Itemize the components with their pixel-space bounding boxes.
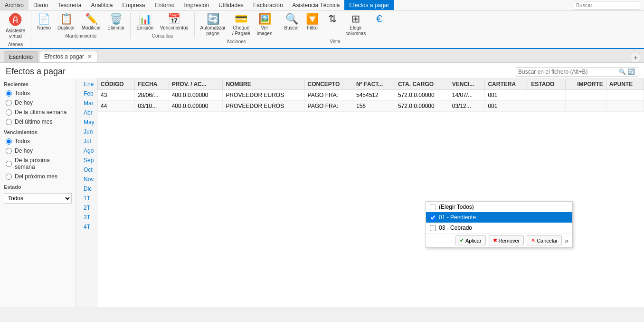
col-prov[interactable]: PROV. / AC... (169, 79, 223, 90)
cell-fecha-2: 03/10... (135, 101, 169, 112)
popup-item-pendiente[interactable]: 01 - Pendiente (426, 212, 572, 223)
col-cartera[interactable]: CARTERA (485, 79, 528, 90)
month-mar[interactable]: Mar (76, 98, 97, 108)
menu-entorno[interactable]: Entorno (150, 0, 179, 10)
popup-item-elegir-todos[interactable]: (Elegir Todos) (426, 202, 572, 212)
col-venci[interactable]: VENCI... (449, 79, 485, 90)
col-concepto[interactable]: CONCEPTO (304, 79, 353, 90)
menu-efectos[interactable]: Efectos a pagar (344, 0, 394, 10)
search-input[interactable] (518, 68, 619, 75)
euro-icon: € (376, 14, 382, 24)
month-4t[interactable]: 4T (76, 222, 97, 232)
refresh-icon[interactable]: 🔄 (628, 68, 635, 75)
ribbon-btn-automatizar[interactable]: 🔄 Automatizarpagos (198, 12, 228, 38)
data-table: CÓDIGO FECHA PROV. / AC... NOMBRE CONCEP… (97, 78, 644, 112)
ribbon-btn-imagen[interactable]: 🖼️ Verimagen (254, 12, 275, 38)
month-3t[interactable]: 3T (76, 213, 97, 222)
popup-btn-remover[interactable]: ✖ Remover (489, 235, 524, 245)
menu-impresion[interactable]: Impresión (179, 0, 214, 10)
duplicar-label: Duplicar (57, 25, 75, 31)
emision-label: Emisión (136, 25, 153, 31)
menu-utilidades[interactable]: Utilidades (214, 0, 248, 10)
recientes-mes[interactable]: Del último mes (0, 117, 76, 127)
menu-diario[interactable]: Diario (28, 0, 53, 10)
month-ago[interactable]: Ago (76, 146, 97, 156)
add-tab-button[interactable]: + (631, 53, 640, 62)
imagen-icon: 🖼️ (258, 14, 271, 24)
vencim-todos[interactable]: Todos (0, 137, 76, 146)
search-icon[interactable]: 🔍 (619, 68, 626, 75)
ribbon-section-acciones: 🔄 Automatizarpagos 💳 Cheque/ Pagaré 🖼️ V… (195, 12, 279, 44)
month-jul[interactable]: Jul (76, 137, 97, 146)
tab-efectos[interactable]: Efectos a pagar ✕ (39, 51, 97, 62)
menu-search-input[interactable] (574, 1, 640, 10)
menu-archivo[interactable]: Archivo (0, 0, 28, 10)
ribbon-btn-cheque[interactable]: 💳 Cheque/ Pagaré (229, 12, 253, 38)
popup-cb-elegir-todos[interactable] (430, 204, 436, 210)
menu-asistencia[interactable]: Asistencia Técnica (288, 0, 345, 10)
estado-title: Estado (0, 181, 76, 191)
recientes-semana[interactable]: De la última semana (0, 107, 76, 117)
more-options-icon[interactable]: » (565, 235, 568, 245)
ribbon-buttons-consultas: 📊 Emisión 📅 Vencimientos (133, 12, 191, 32)
col-estado[interactable]: ESTADO (528, 79, 566, 90)
vencim-semana[interactable]: De la próxima semana (0, 156, 76, 172)
popup-item-cobrado[interactable]: 03 - Cobrado (426, 223, 572, 233)
cell-venci-1: 14/07/... (449, 90, 485, 101)
col-nombre[interactable]: NOMBRE (223, 79, 304, 90)
menu-tesoreria[interactable]: Tesorería (53, 0, 86, 10)
month-1t[interactable]: 1T (76, 194, 97, 203)
popup-btn-cancelar[interactable]: ✕ Cancelar (527, 235, 562, 245)
month-may[interactable]: May (76, 117, 97, 127)
cheque-icon: 💳 (235, 14, 247, 24)
ribbon-btn-modificar[interactable]: ✏️ Modificar (79, 12, 104, 32)
col-nfact[interactable]: Nº FACT... (353, 79, 395, 90)
vencim-hoy[interactable]: De hoy (0, 146, 76, 156)
tab-close-efectos[interactable]: ✕ (87, 53, 92, 60)
popup-cb-pendiente[interactable] (430, 215, 436, 221)
buscar-label: Buscar (284, 25, 299, 31)
ribbon-btn-columnas[interactable]: ⊞ Elegircolumnas (343, 12, 369, 38)
ribbon-btn-filtro[interactable]: 🔽 Filtro (303, 12, 322, 32)
estado-dropdown[interactable]: Todos (4, 193, 72, 204)
popup-cb-cobrado[interactable] (430, 225, 436, 231)
cell-estado-2 (528, 101, 566, 112)
month-nov[interactable]: Nov (76, 175, 97, 184)
ribbon-section-vista: 🔍 Buscar 🔽 Filtro ⇅ ⊞ Elegircolumnas € V… (278, 12, 391, 44)
ribbon-btn-eliminar[interactable]: 🗑️ Eliminar (104, 12, 127, 32)
ribbon-btn-sort[interactable]: ⇅ (323, 12, 342, 27)
menu-empresa[interactable]: Empresa (117, 0, 150, 10)
ribbon-btn-emision[interactable]: 📊 Emisión (133, 12, 156, 32)
col-fecha[interactable]: FECHA (135, 79, 169, 90)
ribbon-btn-duplicar[interactable]: 📋 Duplicar (55, 12, 78, 32)
table-row[interactable]: 43 28/06/... 400.0.0.00000 PROVEEDOR EUR… (98, 90, 644, 101)
menu-facturacion[interactable]: Facturación (248, 0, 288, 10)
col-importe[interactable]: IMPORTE (566, 79, 606, 90)
col-cta-cargo[interactable]: CTA. CARGO (395, 79, 449, 90)
popup-btn-aplicar[interactable]: ✔ Aplicar (455, 235, 486, 245)
month-2t[interactable]: 2T (76, 203, 97, 213)
month-ene[interactable]: Ene (76, 79, 97, 89)
month-dic[interactable]: Dic (76, 184, 97, 194)
month-oct[interactable]: Oct (76, 165, 97, 175)
month-feb[interactable]: Feb (76, 89, 97, 98)
col-codigo[interactable]: CÓDIGO (98, 79, 135, 90)
ribbon-btn-vencimientos[interactable]: 📅 Vencimientos (157, 12, 191, 32)
nuevo-label: Nuevo (37, 25, 51, 31)
vencim-mes[interactable]: Del próximo mes (0, 172, 76, 181)
automatizar-label: Automatizarpagos (200, 25, 226, 37)
tab-escritorio[interactable]: Escritorio (4, 51, 38, 62)
recientes-todos[interactable]: Todos (0, 88, 76, 98)
ribbon-btn-buscar[interactable]: 🔍 Buscar (281, 12, 302, 32)
table-row[interactable]: 44 03/10... 400.0.0.00000 PROVEEDOR EURO… (98, 101, 644, 112)
month-sep[interactable]: Sep (76, 156, 97, 165)
month-jun[interactable]: Jun (76, 127, 97, 137)
remover-icon: ✖ (493, 237, 497, 244)
ribbon-btn-asistente[interactable]: 🅐 Asistentevirtual (3, 12, 28, 41)
ribbon-btn-euro[interactable]: € (369, 12, 388, 27)
menu-analitica[interactable]: Analítica (86, 0, 117, 10)
month-abr[interactable]: Abr (76, 108, 97, 117)
col-apunte[interactable]: APUNTE (606, 79, 644, 90)
ribbon-btn-nuevo[interactable]: 📄 Nuevo (34, 12, 54, 32)
recientes-hoy[interactable]: De hoy (0, 98, 76, 107)
